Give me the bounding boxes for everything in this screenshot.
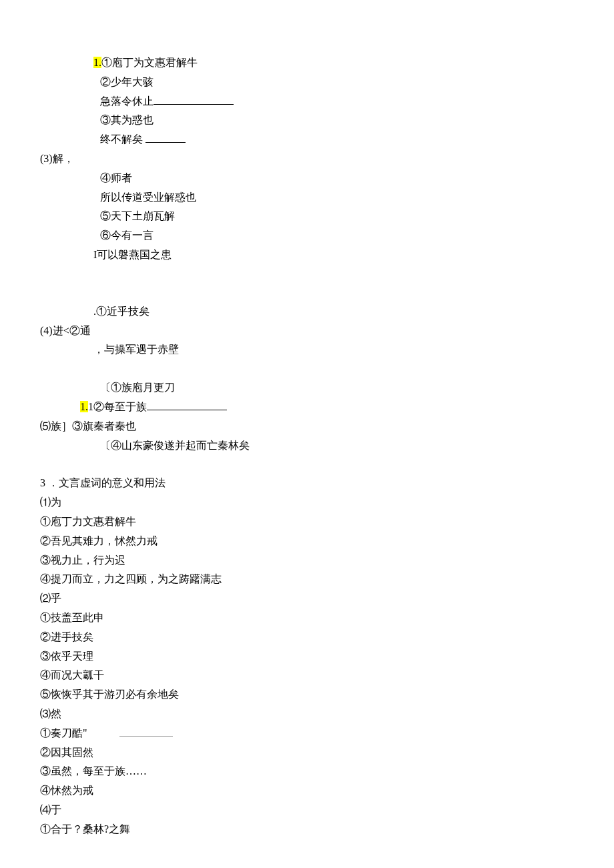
text: 〔④山东豪俊遂并起而亡秦林矣	[100, 440, 250, 451]
g5-line2: 1.1②每至于族	[40, 398, 574, 417]
text: 3 ．文言虚词的意义和用法	[40, 477, 166, 488]
sub1-l4: ④提刀而立，力之四顾，为之踌躇满志	[40, 570, 574, 589]
text: ②进手技矣	[40, 631, 93, 642]
text: 所以传道受业解惑也	[100, 191, 196, 203]
g3-line2: ②少年大骇	[40, 73, 574, 92]
g3-line1: 1.①庖丁为文惠君解牛	[40, 53, 574, 73]
sub2-l1: ①技盖至此申	[40, 608, 574, 628]
text: ③依乎天理	[40, 650, 93, 662]
text: 急落令休止	[100, 95, 154, 107]
blank-underline	[145, 131, 186, 143]
sub1-l1: ①庖丁力文惠君解牛	[40, 512, 574, 532]
g3-line9: ⑥今有一言	[40, 226, 574, 246]
g3-line5: 终不解矣	[40, 130, 574, 149]
sub3-l3: ③虽然，每至于族……	[40, 762, 574, 781]
text: 终不解矣	[100, 133, 143, 145]
text: ①合于？桑林?之舞	[40, 823, 130, 835]
section-3: 3 ．文言虚词的意义和用法 ⑴为 ①庖丁力文惠君解牛 ②吾见其难力，怵然力戒 ③…	[40, 474, 574, 839]
blank-underline	[119, 725, 173, 737]
text: ⑵乎	[40, 592, 61, 604]
text: I可以磐燕国之患	[93, 249, 172, 260]
text: ⑥今有一言	[100, 230, 154, 241]
text: ①奏刀酷"	[40, 727, 87, 739]
g3-line10: I可以磐燕国之患	[40, 246, 574, 265]
group-label: (3)解，	[40, 153, 74, 164]
group-3: 1.①庖丁为文惠君解牛 ②少年大骇 急落令休止 ③其为惑也 终不解矣 (3)解，…	[40, 53, 574, 265]
blank-underline	[154, 93, 234, 105]
text: ③其为惑也	[100, 114, 154, 125]
sub2-l4: ④而况大瓤干	[40, 666, 574, 685]
sub2-l5: ⑤恢恢乎其于游刃必有余地矣	[40, 685, 574, 705]
text: ④怵然为戒	[40, 785, 93, 796]
g4-line2: ，与操军遇于赤壁	[40, 340, 574, 360]
g3-line7: 所以传道受业解惑也	[40, 188, 574, 207]
text: ③虽然，每至于族……	[40, 765, 147, 777]
g3-label-line: (3)解，	[40, 149, 574, 169]
g3-line3: 急落令休止	[40, 92, 574, 111]
sub1-l2: ②吾见其难力，怵然力戒	[40, 532, 574, 551]
group-4: .①近乎技矣 (4)进<②通 ，与操军遇于赤壁	[40, 302, 574, 360]
text: ⑤天下土崩瓦解	[100, 210, 175, 222]
blank-underline	[147, 399, 227, 410]
sub1-label: ⑴为	[40, 493, 574, 512]
group-5: 〔①族庖月更刀 1.1②每至于族 ⑸族］③旗秦者秦也 〔④山东豪俊遂并起而亡秦林…	[40, 378, 574, 455]
group-label: (4)进<②通	[40, 325, 91, 336]
g3-line4: ③其为惑也	[40, 111, 574, 130]
text: 1②每至于族	[88, 401, 147, 412]
g5-label-line: ⑸族］③旗秦者秦也	[40, 417, 574, 436]
highlight-badge: 1.	[80, 401, 88, 412]
sub2-label: ⑵乎	[40, 589, 574, 608]
text: ②因其固然	[40, 747, 93, 758]
g5-line1: 〔①族庖月更刀	[40, 378, 574, 398]
text: ，与操军遇于赤壁	[93, 344, 179, 355]
document-page: 1.①庖丁为文惠君解牛 ②少年大骇 急落令休止 ③其为惑也 终不解矣 (3)解，…	[0, 0, 614, 868]
text: ③视力止，行为迟	[40, 554, 125, 566]
text: ①技盖至此申	[40, 612, 104, 623]
section-3-title: 3 ．文言虚词的意义和用法	[40, 474, 574, 493]
group-label: ⑸族］	[40, 420, 72, 432]
text: ⑶然	[40, 708, 61, 719]
text: ⑴为	[40, 496, 61, 508]
text: ⑤恢恢乎其于游刃必有余地矣	[40, 689, 179, 700]
text: ④而况大瓤干	[40, 669, 104, 681]
sub1-l3: ③视力止，行为迟	[40, 551, 574, 570]
text: ②吾见其难力，怵然力戒	[40, 535, 158, 546]
text: ④师者	[100, 172, 132, 183]
text: ①庖丁力文惠君解牛	[40, 516, 136, 527]
text: 〔①族庖月更刀	[100, 382, 175, 393]
sub3-label: ⑶然	[40, 705, 574, 724]
sub2-l3: ③依乎天理	[40, 647, 574, 667]
text: ①庖丁为文惠君解牛	[101, 57, 198, 68]
g4-line1: .①近乎技矣	[40, 302, 574, 322]
sub3-l4: ④怵然为戒	[40, 781, 574, 801]
highlight-badge: 1.	[93, 57, 101, 68]
sub2-l2: ②进手技矣	[40, 628, 574, 647]
text: ②少年大骇	[100, 76, 154, 87]
text: ④提刀而立，力之四顾，为之踌躇满志	[40, 573, 222, 584]
sub3-l1: ①奏刀酷"	[40, 724, 574, 743]
g4-label-line: (4)进<②通	[40, 322, 574, 341]
text: ③旗秦者秦也	[72, 420, 136, 432]
sub4-label: ⑷于	[40, 801, 574, 820]
g3-line8: ⑤天下土崩瓦解	[40, 207, 574, 226]
g3-line6: ④师者	[40, 169, 574, 188]
g5-line4: 〔④山东豪俊遂并起而亡秦林矣	[40, 436, 574, 456]
sub3-l2: ②因其固然	[40, 743, 574, 763]
sub4-l1: ①合于？桑林?之舞	[40, 820, 574, 839]
text: ⑷于	[40, 804, 61, 815]
text: .①近乎技矣	[93, 306, 149, 317]
